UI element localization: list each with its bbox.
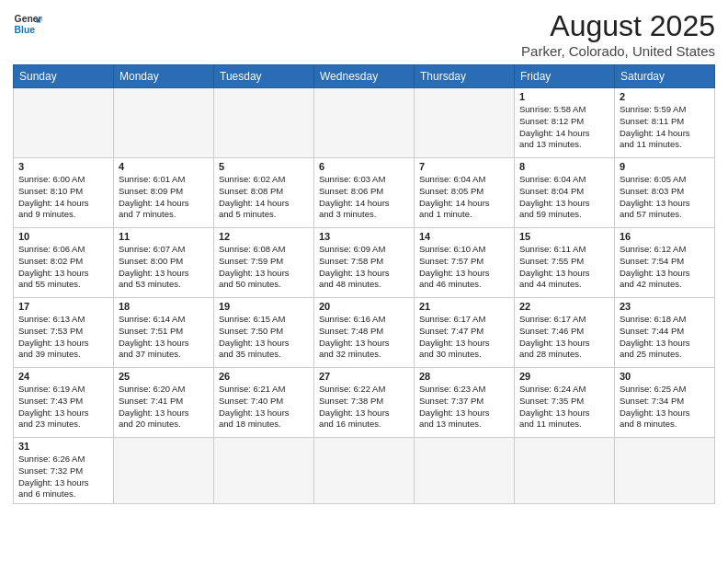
day-info: Sunrise: 6:01 AM Sunset: 8:09 PM Dayligh… <box>119 174 209 221</box>
col-wednesday: Wednesday <box>314 65 415 88</box>
table-row: 8Sunrise: 6:04 AM Sunset: 8:04 PM Daylig… <box>515 158 615 228</box>
day-info: Sunrise: 6:26 AM Sunset: 7:32 PM Dayligh… <box>18 454 108 500</box>
day-number: 7 <box>419 161 509 172</box>
day-number: 2 <box>620 91 710 102</box>
day-number: 3 <box>18 161 108 172</box>
table-row: 1Sunrise: 5:58 AM Sunset: 8:12 PM Daylig… <box>515 88 615 158</box>
table-row: 31Sunrise: 6:26 AM Sunset: 7:32 PM Dayli… <box>14 438 114 504</box>
table-row <box>515 438 615 504</box>
table-row: 13Sunrise: 6:09 AM Sunset: 7:58 PM Dayli… <box>314 228 415 298</box>
day-info: Sunrise: 6:16 AM Sunset: 7:48 PM Dayligh… <box>319 314 409 361</box>
day-info: Sunrise: 6:14 AM Sunset: 7:51 PM Dayligh… <box>119 314 209 361</box>
day-number: 14 <box>419 231 509 242</box>
day-info: Sunrise: 6:00 AM Sunset: 8:10 PM Dayligh… <box>18 174 108 221</box>
table-row: 28Sunrise: 6:23 AM Sunset: 7:37 PM Dayli… <box>415 368 515 438</box>
calendar-week-row: 3Sunrise: 6:00 AM Sunset: 8:10 PM Daylig… <box>14 158 715 228</box>
day-number: 31 <box>18 441 108 452</box>
table-row: 19Sunrise: 6:15 AM Sunset: 7:50 PM Dayli… <box>214 298 314 368</box>
table-row <box>114 438 214 504</box>
table-row: 22Sunrise: 6:17 AM Sunset: 7:46 PM Dayli… <box>515 298 615 368</box>
table-row: 4Sunrise: 6:01 AM Sunset: 8:09 PM Daylig… <box>114 158 214 228</box>
day-number: 6 <box>319 161 409 172</box>
table-row: 7Sunrise: 6:04 AM Sunset: 8:05 PM Daylig… <box>415 158 515 228</box>
page: General Blue August 2025 Parker, Colorad… <box>0 0 728 513</box>
day-number: 15 <box>519 231 609 242</box>
calendar-week-row: 1Sunrise: 5:58 AM Sunset: 8:12 PM Daylig… <box>14 88 715 158</box>
day-number: 18 <box>119 301 209 312</box>
day-number: 4 <box>119 161 209 172</box>
table-row <box>415 88 515 158</box>
day-info: Sunrise: 6:15 AM Sunset: 7:50 PM Dayligh… <box>219 314 309 361</box>
day-info: Sunrise: 6:06 AM Sunset: 8:02 PM Dayligh… <box>18 244 108 291</box>
calendar: Sunday Monday Tuesday Wednesday Thursday… <box>13 64 715 504</box>
calendar-week-row: 10Sunrise: 6:06 AM Sunset: 8:02 PM Dayli… <box>14 228 715 298</box>
day-info: Sunrise: 6:08 AM Sunset: 7:59 PM Dayligh… <box>219 244 309 291</box>
table-row <box>615 438 715 504</box>
table-row <box>214 438 314 504</box>
day-number: 30 <box>620 371 710 382</box>
day-info: Sunrise: 6:17 AM Sunset: 7:46 PM Dayligh… <box>519 314 609 361</box>
day-number: 29 <box>519 371 609 382</box>
day-info: Sunrise: 5:59 AM Sunset: 8:11 PM Dayligh… <box>620 104 710 151</box>
day-info: Sunrise: 6:18 AM Sunset: 7:44 PM Dayligh… <box>620 314 710 361</box>
day-info: Sunrise: 6:07 AM Sunset: 8:00 PM Dayligh… <box>119 244 209 291</box>
table-row: 25Sunrise: 6:20 AM Sunset: 7:41 PM Dayli… <box>114 368 214 438</box>
calendar-week-row: 24Sunrise: 6:19 AM Sunset: 7:43 PM Dayli… <box>14 368 715 438</box>
col-tuesday: Tuesday <box>214 65 314 88</box>
table-row: 12Sunrise: 6:08 AM Sunset: 7:59 PM Dayli… <box>214 228 314 298</box>
title-block: August 2025 Parker, Colorado, United Sta… <box>521 9 715 59</box>
table-row <box>314 438 415 504</box>
day-number: 8 <box>519 161 609 172</box>
table-row: 16Sunrise: 6:12 AM Sunset: 7:54 PM Dayli… <box>615 228 715 298</box>
day-number: 23 <box>620 301 710 312</box>
table-row: 10Sunrise: 6:06 AM Sunset: 8:02 PM Dayli… <box>14 228 114 298</box>
table-row: 21Sunrise: 6:17 AM Sunset: 7:47 PM Dayli… <box>415 298 515 368</box>
day-info: Sunrise: 6:19 AM Sunset: 7:43 PM Dayligh… <box>18 384 108 431</box>
table-row: 3Sunrise: 6:00 AM Sunset: 8:10 PM Daylig… <box>14 158 114 228</box>
header: General Blue August 2025 Parker, Colorad… <box>13 9 715 59</box>
table-row <box>114 88 214 158</box>
day-number: 21 <box>419 301 509 312</box>
day-number: 25 <box>119 371 209 382</box>
subtitle: Parker, Colorado, United States <box>521 43 715 59</box>
generalblue-icon: General Blue <box>13 9 42 39</box>
day-number: 5 <box>219 161 309 172</box>
table-row: 14Sunrise: 6:10 AM Sunset: 7:57 PM Dayli… <box>415 228 515 298</box>
day-info: Sunrise: 5:58 AM Sunset: 8:12 PM Dayligh… <box>519 104 609 151</box>
day-number: 27 <box>319 371 409 382</box>
col-friday: Friday <box>515 65 615 88</box>
day-number: 10 <box>18 231 108 242</box>
table-row: 18Sunrise: 6:14 AM Sunset: 7:51 PM Dayli… <box>114 298 214 368</box>
day-info: Sunrise: 6:11 AM Sunset: 7:55 PM Dayligh… <box>519 244 609 291</box>
day-number: 22 <box>519 301 609 312</box>
table-row: 27Sunrise: 6:22 AM Sunset: 7:38 PM Dayli… <box>314 368 415 438</box>
day-info: Sunrise: 6:05 AM Sunset: 8:03 PM Dayligh… <box>620 174 710 221</box>
day-number: 9 <box>620 161 710 172</box>
col-saturday: Saturday <box>615 65 715 88</box>
col-sunday: Sunday <box>14 65 114 88</box>
day-info: Sunrise: 6:09 AM Sunset: 7:58 PM Dayligh… <box>319 244 409 291</box>
day-number: 17 <box>18 301 108 312</box>
day-info: Sunrise: 6:12 AM Sunset: 7:54 PM Dayligh… <box>620 244 710 291</box>
day-info: Sunrise: 6:10 AM Sunset: 7:57 PM Dayligh… <box>419 244 509 291</box>
table-row: 29Sunrise: 6:24 AM Sunset: 7:35 PM Dayli… <box>515 368 615 438</box>
day-info: Sunrise: 6:20 AM Sunset: 7:41 PM Dayligh… <box>119 384 209 431</box>
calendar-week-row: 17Sunrise: 6:13 AM Sunset: 7:53 PM Dayli… <box>14 298 715 368</box>
day-number: 26 <box>219 371 309 382</box>
table-row: 11Sunrise: 6:07 AM Sunset: 8:00 PM Dayli… <box>114 228 214 298</box>
table-row: 17Sunrise: 6:13 AM Sunset: 7:53 PM Dayli… <box>14 298 114 368</box>
day-number: 11 <box>119 231 209 242</box>
calendar-header-row: Sunday Monday Tuesday Wednesday Thursday… <box>14 65 715 88</box>
day-number: 12 <box>219 231 309 242</box>
day-info: Sunrise: 6:23 AM Sunset: 7:37 PM Dayligh… <box>419 384 509 431</box>
calendar-week-row: 31Sunrise: 6:26 AM Sunset: 7:32 PM Dayli… <box>14 438 715 504</box>
day-info: Sunrise: 6:13 AM Sunset: 7:53 PM Dayligh… <box>18 314 108 361</box>
table-row: 26Sunrise: 6:21 AM Sunset: 7:40 PM Dayli… <box>214 368 314 438</box>
day-info: Sunrise: 6:21 AM Sunset: 7:40 PM Dayligh… <box>219 384 309 431</box>
day-info: Sunrise: 6:04 AM Sunset: 8:05 PM Dayligh… <box>419 174 509 221</box>
day-info: Sunrise: 6:03 AM Sunset: 8:06 PM Dayligh… <box>319 174 409 221</box>
table-row <box>214 88 314 158</box>
col-thursday: Thursday <box>415 65 515 88</box>
day-info: Sunrise: 6:02 AM Sunset: 8:08 PM Dayligh… <box>219 174 309 221</box>
col-monday: Monday <box>114 65 214 88</box>
